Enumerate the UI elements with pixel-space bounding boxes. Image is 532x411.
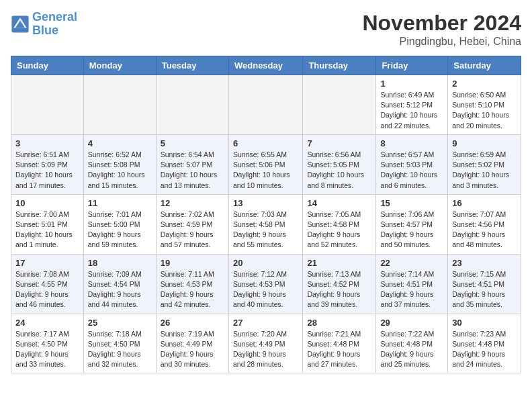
calendar-cell: 16Sunrise: 7:07 AM Sunset: 4:56 PM Dayli…: [448, 194, 521, 254]
day-number: 21: [307, 258, 371, 268]
calendar-body: 1Sunrise: 6:49 AM Sunset: 5:12 PM Daylig…: [11, 75, 521, 373]
day-info: Sunrise: 6:55 AM Sunset: 5:06 PM Dayligh…: [233, 150, 298, 191]
weekday-sunday: Sunday: [11, 56, 84, 75]
weekday-thursday: Thursday: [303, 56, 376, 75]
calendar-cell: 26Sunrise: 7:19 AM Sunset: 4:49 PM Dayli…: [156, 314, 228, 373]
day-info: Sunrise: 7:05 AM Sunset: 4:58 PM Dayligh…: [307, 210, 371, 250]
calendar-table: SundayMondayTuesdayWednesdayThursdayFrid…: [11, 56, 521, 373]
day-number: 18: [88, 258, 152, 268]
calendar-cell: 17Sunrise: 7:08 AM Sunset: 4:55 PM Dayli…: [11, 254, 84, 314]
day-info: Sunrise: 6:59 AM Sunset: 5:02 PM Dayligh…: [452, 150, 517, 191]
day-info: Sunrise: 7:23 AM Sunset: 4:48 PM Dayligh…: [452, 329, 517, 370]
day-info: Sunrise: 7:20 AM Sunset: 4:49 PM Dayligh…: [233, 329, 298, 370]
location: Pingdingbu, Hebei, China: [362, 36, 521, 48]
day-info: Sunrise: 6:54 AM Sunset: 5:07 PM Dayligh…: [161, 150, 224, 191]
day-info: Sunrise: 7:17 AM Sunset: 4:50 PM Dayligh…: [15, 329, 79, 370]
day-info: Sunrise: 7:07 AM Sunset: 4:56 PM Dayligh…: [452, 210, 517, 250]
day-number: 3: [15, 138, 79, 148]
day-info: Sunrise: 7:14 AM Sunset: 4:51 PM Dayligh…: [380, 269, 443, 310]
day-number: 19: [161, 258, 224, 268]
day-info: Sunrise: 7:21 AM Sunset: 4:48 PM Dayligh…: [307, 329, 371, 370]
calendar-cell: [11, 75, 84, 135]
calendar-cell: 12Sunrise: 7:02 AM Sunset: 4:59 PM Dayli…: [156, 194, 228, 254]
day-info: Sunrise: 7:02 AM Sunset: 4:59 PM Dayligh…: [161, 210, 224, 250]
calendar-cell: 8Sunrise: 6:57 AM Sunset: 5:03 PM Daylig…: [376, 134, 448, 194]
calendar-cell: 25Sunrise: 7:18 AM Sunset: 4:50 PM Dayli…: [83, 314, 156, 373]
day-number: 12: [161, 198, 224, 208]
title-block: November 2024 Pingdingbu, Hebei, China: [362, 11, 521, 48]
day-info: Sunrise: 7:08 AM Sunset: 4:55 PM Dayligh…: [15, 269, 79, 310]
logo-text: General Blue: [32, 11, 77, 38]
day-number: 20: [233, 258, 298, 268]
day-info: Sunrise: 6:52 AM Sunset: 5:08 PM Dayligh…: [88, 150, 152, 191]
day-number: 25: [88, 318, 152, 328]
calendar-cell: 22Sunrise: 7:14 AM Sunset: 4:51 PM Dayli…: [376, 254, 448, 314]
day-info: Sunrise: 6:50 AM Sunset: 5:10 PM Dayligh…: [452, 90, 517, 131]
day-number: 8: [380, 138, 443, 148]
calendar-cell: 28Sunrise: 7:21 AM Sunset: 4:48 PM Dayli…: [303, 314, 376, 373]
day-number: 9: [452, 138, 517, 148]
calendar-cell: 29Sunrise: 7:22 AM Sunset: 4:48 PM Dayli…: [376, 314, 448, 373]
day-info: Sunrise: 7:15 AM Sunset: 4:51 PM Dayligh…: [452, 269, 517, 310]
week-row-4: 17Sunrise: 7:08 AM Sunset: 4:55 PM Dayli…: [11, 254, 521, 314]
day-number: 27: [233, 318, 298, 328]
day-number: 23: [452, 258, 517, 268]
day-number: 10: [15, 198, 79, 208]
day-number: 1: [380, 79, 443, 89]
day-info: Sunrise: 7:06 AM Sunset: 4:57 PM Dayligh…: [380, 210, 443, 250]
day-info: Sunrise: 7:22 AM Sunset: 4:48 PM Dayligh…: [380, 329, 443, 370]
day-number: 14: [307, 198, 371, 208]
day-info: Sunrise: 7:11 AM Sunset: 4:53 PM Dayligh…: [161, 269, 224, 310]
page-header: General Blue November 2024 Pingdingbu, H…: [11, 11, 521, 48]
day-info: Sunrise: 7:19 AM Sunset: 4:49 PM Dayligh…: [161, 329, 224, 370]
calendar-cell: [303, 75, 376, 135]
logo-icon: [11, 15, 30, 34]
day-number: 24: [15, 318, 79, 328]
day-info: Sunrise: 6:57 AM Sunset: 5:03 PM Dayligh…: [380, 150, 443, 191]
logo: General Blue: [11, 11, 77, 38]
calendar-cell: 1Sunrise: 6:49 AM Sunset: 5:12 PM Daylig…: [376, 75, 448, 135]
calendar-cell: 5Sunrise: 6:54 AM Sunset: 5:07 PM Daylig…: [156, 134, 228, 194]
calendar-cell: 20Sunrise: 7:12 AM Sunset: 4:53 PM Dayli…: [228, 254, 302, 314]
day-number: 15: [380, 198, 443, 208]
day-number: 13: [233, 198, 298, 208]
calendar-cell: [156, 75, 228, 135]
day-info: Sunrise: 7:00 AM Sunset: 5:01 PM Dayligh…: [15, 210, 79, 250]
day-number: 30: [452, 318, 517, 328]
calendar-cell: 10Sunrise: 7:00 AM Sunset: 5:01 PM Dayli…: [11, 194, 84, 254]
calendar-cell: 18Sunrise: 7:09 AM Sunset: 4:54 PM Dayli…: [83, 254, 156, 314]
weekday-wednesday: Wednesday: [228, 56, 302, 75]
calendar-cell: 4Sunrise: 6:52 AM Sunset: 5:08 PM Daylig…: [83, 134, 156, 194]
week-row-1: 1Sunrise: 6:49 AM Sunset: 5:12 PM Daylig…: [11, 75, 521, 135]
week-row-3: 10Sunrise: 7:00 AM Sunset: 5:01 PM Dayli…: [11, 194, 521, 254]
calendar-cell: 11Sunrise: 7:01 AM Sunset: 5:00 PM Dayli…: [83, 194, 156, 254]
calendar-cell: [83, 75, 156, 135]
calendar-cell: 14Sunrise: 7:05 AM Sunset: 4:58 PM Dayli…: [303, 194, 376, 254]
day-info: Sunrise: 7:03 AM Sunset: 4:58 PM Dayligh…: [233, 210, 298, 250]
calendar-cell: 19Sunrise: 7:11 AM Sunset: 4:53 PM Dayli…: [156, 254, 228, 314]
day-info: Sunrise: 7:12 AM Sunset: 4:53 PM Dayligh…: [233, 269, 298, 310]
day-number: 22: [380, 258, 443, 268]
day-info: Sunrise: 6:49 AM Sunset: 5:12 PM Dayligh…: [380, 90, 443, 131]
weekday-saturday: Saturday: [448, 56, 521, 75]
calendar-cell: 3Sunrise: 6:51 AM Sunset: 5:09 PM Daylig…: [11, 134, 84, 194]
weekday-tuesday: Tuesday: [156, 56, 228, 75]
day-number: 28: [307, 318, 371, 328]
calendar-cell: 23Sunrise: 7:15 AM Sunset: 4:51 PM Dayli…: [448, 254, 521, 314]
calendar-cell: [228, 75, 302, 135]
calendar-cell: 15Sunrise: 7:06 AM Sunset: 4:57 PM Dayli…: [376, 194, 448, 254]
calendar-cell: 30Sunrise: 7:23 AM Sunset: 4:48 PM Dayli…: [448, 314, 521, 373]
day-info: Sunrise: 6:51 AM Sunset: 5:09 PM Dayligh…: [15, 150, 79, 191]
day-info: Sunrise: 7:13 AM Sunset: 4:52 PM Dayligh…: [307, 269, 371, 310]
weekday-header-row: SundayMondayTuesdayWednesdayThursdayFrid…: [11, 56, 521, 75]
week-row-2: 3Sunrise: 6:51 AM Sunset: 5:09 PM Daylig…: [11, 134, 521, 194]
weekday-monday: Monday: [83, 56, 156, 75]
month-title: November 2024: [362, 11, 521, 36]
day-info: Sunrise: 6:56 AM Sunset: 5:05 PM Dayligh…: [307, 150, 371, 191]
day-number: 16: [452, 198, 517, 208]
calendar-cell: 7Sunrise: 6:56 AM Sunset: 5:05 PM Daylig…: [303, 134, 376, 194]
calendar-cell: 13Sunrise: 7:03 AM Sunset: 4:58 PM Dayli…: [228, 194, 302, 254]
day-number: 17: [15, 258, 79, 268]
day-number: 4: [88, 138, 152, 148]
calendar-cell: 24Sunrise: 7:17 AM Sunset: 4:50 PM Dayli…: [11, 314, 84, 373]
